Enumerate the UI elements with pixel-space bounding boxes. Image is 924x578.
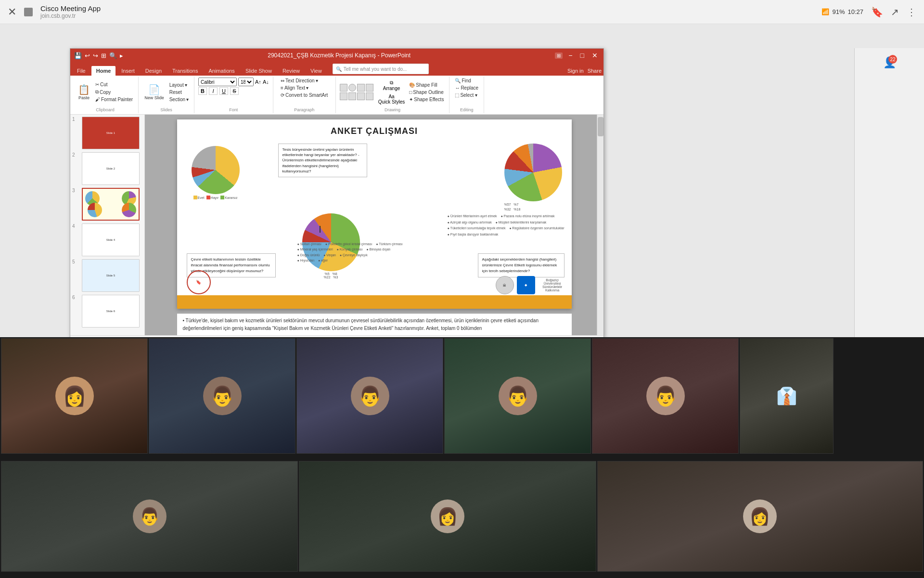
slide-thumb-2[interactable]: 2 Slide 2 [72,152,142,185]
text-direction-button[interactable]: ⇔ Text Direction ▾ [279,78,320,84]
format-painter-button[interactable]: 🖌 Format Painter [94,96,134,103]
shape-circle[interactable] [348,84,356,92]
video-placeholder-3: 👨 [297,339,443,453]
align-text-button[interactable]: ≡ Align Text ▾ [279,85,310,91]
paste-button[interactable]: 📋 Paste [76,83,92,101]
video-placeholder-b2: 👩 [299,461,595,571]
pp-minimize-button[interactable]: − [566,52,574,59]
status-info: 📶 91% 10:27 [821,8,863,15]
slide-thumb-4[interactable]: 4 Slide 4 [72,223,142,256]
pp-save-icon[interactable]: 💾 [74,52,82,59]
pp-search-icon[interactable]: 🔍 [109,52,117,59]
font-size-select[interactable]: 18 [238,78,254,86]
replace-button[interactable]: ↔ Replace [453,85,480,91]
video-tile-4: 👨 [444,338,591,454]
cut-label: Cut [100,82,108,87]
tab-insert[interactable]: Insert [116,66,140,76]
arrange-icon: ⧉ [390,80,393,86]
shape-effects-button[interactable]: ✦ Shape Effects [408,96,445,103]
notification-badge: 22 [888,55,897,64]
paste-icon: 📋 [78,84,90,95]
notification-button[interactable]: 👤 22 [880,53,899,72]
tell-me-input[interactable]: 🔍 Tell me what you want to do... [333,64,429,74]
slide-thumb-1[interactable]: 1 Slide 1 [72,117,142,149]
convert-smartart-button[interactable]: ⟳ Convert to SmartArt [279,92,329,98]
copy-button[interactable]: ⧉ Copy [94,89,134,95]
select-button[interactable]: ⬚ Select ▾ [453,92,479,98]
underline-button[interactable]: U [219,87,228,95]
left-pie-area: Evet Hayır Kararsız [192,146,240,199]
shape-line[interactable] [340,92,347,100]
shape-callout[interactable] [366,92,373,100]
center-pie-legend: %5 %8 %22 %3 [302,272,360,279]
sign-in-button[interactable]: Sign in [567,68,584,74]
reset-button[interactable]: Reset [168,89,190,95]
tab-animations[interactable]: Animations [204,66,239,76]
browser-menu-button[interactable]: ⋮ [907,6,916,18]
pp-undo-icon[interactable]: ↩ [85,52,90,59]
shape-triangle[interactable] [357,84,365,92]
shape-star[interactable] [357,92,365,100]
scrollbar-thumb[interactable] [598,117,603,136]
pp-extra-icon[interactable]: ⊞ [101,52,106,59]
bookmark-button[interactable]: 🔖 [871,6,883,18]
quick-styles-button[interactable]: Aa Quick Styles [376,93,407,105]
font-family-select[interactable]: Calibri [198,78,237,86]
shape-rect[interactable] [340,84,347,92]
share-button[interactable]: ↗ [891,6,899,18]
shape-diamond[interactable] [348,92,356,100]
find-button[interactable]: 🔍 Find [453,78,472,84]
video-tile-6: 👔 [740,338,834,454]
footer-logos: 🏛 ◆ Boğaziçi Üniversitesi Sürdürülebilir… [496,276,567,294]
tab-view[interactable]: View [306,66,327,76]
battery-info: 91% [832,8,845,15]
tab-design[interactable]: Design [141,66,167,76]
strikethrough-button[interactable]: S [230,87,239,95]
editing-label: Editing [460,107,474,112]
font-increase-icon[interactable]: A↑ [255,79,261,85]
slide-title-area: ANKET ÇALIŞMASI [177,126,572,136]
section-button[interactable]: Section ▾ [168,96,190,103]
pp-close-button[interactable]: ✕ [590,52,600,59]
pp-more-icon[interactable]: ▸ [120,52,123,59]
select-icon: ⬚ [455,92,459,98]
slides-content: 📄 New Slide Layout ▾ Reset Section [142,78,190,106]
ribbon-group-clipboard: 📋 Paste ✂ Cut ⧉ Copy 🖌 [72,77,139,113]
bold-button[interactable]: B [198,87,207,95]
vertical-scrollbar[interactable] [597,115,603,335]
shape-effects-label: Shape Effects [414,97,444,102]
close-tab-button[interactable]: ✕ [8,6,16,18]
shape-arrow[interactable] [366,84,373,92]
slide-num-3: 3 [72,188,79,193]
video-tile-3: 👨 [296,338,443,454]
new-slide-button[interactable]: 📄 New Slide [142,83,166,101]
right-sidebar: 👤 22 [854,48,924,337]
shape-outline-button[interactable]: □ Shape Outline [408,89,445,95]
pp-restore-button[interactable]: □ [578,52,586,59]
slide-num-2: 2 [72,152,79,158]
tab-home[interactable]: Home [91,66,116,76]
cut-button[interactable]: ✂ Cut [94,81,134,88]
font-decrease-icon[interactable]: A↓ [263,79,269,85]
center-legend: ● Sültari çirması ● Poliolefin glıkol kr… [297,241,403,263]
site-favicon [24,8,33,16]
video-conference-area: 👩 👨 👨 👨 [0,337,924,578]
slide-canvas[interactable]: ANKET ÇALIŞMASI Evet Hayır Kararsız Tesi… [177,119,572,309]
italic-button[interactable]: I [209,87,218,95]
right-legend: ● Ürünleri filterlarinim ayırt etmek ● P… [448,213,565,237]
arrange-button[interactable]: ⧉ Arrange [376,79,407,92]
tab-review[interactable]: Review [278,66,305,76]
shape-fill-button[interactable]: 🎨 Shape Fill [408,82,445,88]
tab-slideshow[interactable]: Slide Show [241,66,277,76]
layout-button[interactable]: Layout ▾ [168,82,190,88]
video-placeholder-b3: 👩 [598,461,923,571]
tab-file[interactable]: File [72,66,90,76]
right-top-pie-area: %57 %7 %32 %18 [504,144,562,212]
slide-thumb-6[interactable]: 6 Slide 6 [72,295,142,328]
right-top-legend: %57 %7 %32 %18 [504,202,562,212]
share-button-ribbon[interactable]: Share [588,68,602,74]
pp-redo-icon[interactable]: ↪ [93,52,98,59]
tab-transitions[interactable]: Transitions [167,66,203,76]
slide-thumb-5[interactable]: 5 Slide 5 [72,259,142,292]
slide-thumb-3[interactable]: 3 [72,188,142,221]
